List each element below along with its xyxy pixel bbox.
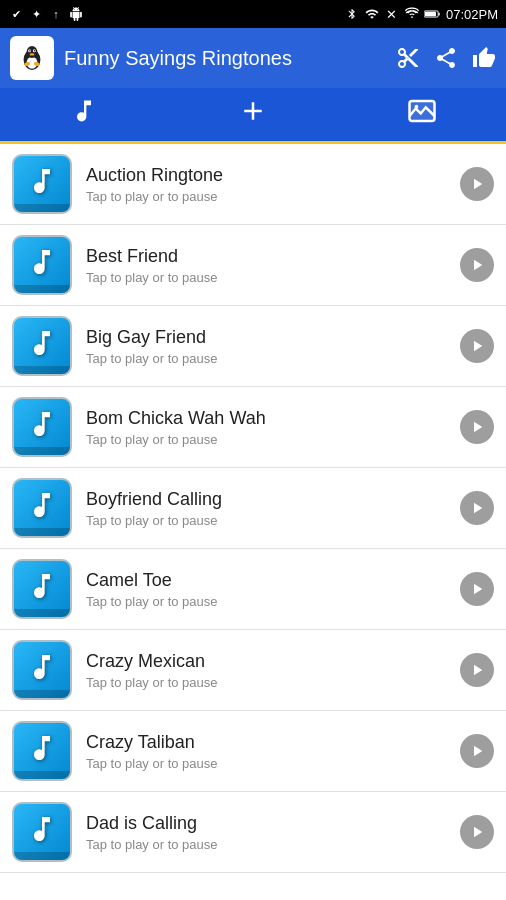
ringtone-play-button[interactable] [460, 329, 494, 363]
ringtone-subtitle: Tap to play or to pause [86, 189, 460, 204]
ringtone-play-button[interactable] [460, 815, 494, 849]
image-icon [407, 96, 437, 133]
title-actions [396, 46, 496, 70]
list-item[interactable]: Crazy Taliban Tap to play or to pause [0, 711, 506, 792]
ringtone-subtitle: Tap to play or to pause [86, 270, 460, 285]
ringtone-name: Dad is Calling [86, 813, 460, 834]
list-item[interactable]: Best Friend Tap to play or to pause [0, 225, 506, 306]
add-icon [238, 96, 268, 133]
music-note-icon [26, 570, 58, 609]
list-item[interactable]: Dad is Calling Tap to play or to pause [0, 792, 506, 873]
music-note-icon [26, 408, 58, 447]
share-action[interactable] [434, 46, 458, 70]
list-item[interactable]: Boyfriend Calling Tap to play or to paus… [0, 468, 506, 549]
list-item[interactable]: Auction Ringtone Tap to play or to pause [0, 144, 506, 225]
ringtone-play-button[interactable] [460, 491, 494, 525]
tab-music[interactable] [0, 88, 169, 141]
ringtone-subtitle: Tap to play or to pause [86, 594, 460, 609]
scissors-action[interactable] [396, 46, 420, 70]
tab-add[interactable] [169, 88, 338, 141]
ringtone-play-button[interactable] [460, 167, 494, 201]
ringtone-thumb-8 [12, 802, 72, 862]
ringtone-info: Camel Toe Tap to play or to pause [86, 570, 460, 609]
title-bar: Funny Sayings Ringtones [0, 28, 506, 88]
ringtone-info: Bom Chicka Wah Wah Tap to play or to pau… [86, 408, 460, 447]
status-bar: ✔ ✦ ↑ ✕ [0, 0, 506, 28]
android-icon [68, 6, 84, 22]
ringtone-name: Bom Chicka Wah Wah [86, 408, 460, 429]
music-note-icon [26, 813, 58, 852]
check-icon: ✔ [8, 6, 24, 22]
music-note-icon [26, 246, 58, 285]
svg-point-8 [29, 50, 30, 51]
tab-bar [0, 88, 506, 144]
ringtone-subtitle: Tap to play or to pause [86, 432, 460, 447]
signal-icon [404, 6, 420, 22]
ringtone-thumb-0 [12, 154, 72, 214]
ringtone-subtitle: Tap to play or to pause [86, 675, 460, 690]
list-item[interactable]: Camel Toe Tap to play or to pause [0, 549, 506, 630]
ringtone-play-button[interactable] [460, 734, 494, 768]
ringtone-info: Dad is Calling Tap to play or to pause [86, 813, 460, 852]
battery-icon [424, 6, 440, 22]
ringtone-info: Big Gay Friend Tap to play or to pause [86, 327, 460, 366]
ringtone-play-button[interactable] [460, 410, 494, 444]
app-title: Funny Sayings Ringtones [64, 47, 396, 70]
ringtone-info: Boyfriend Calling Tap to play or to paus… [86, 489, 460, 528]
ringtone-play-button[interactable] [460, 653, 494, 687]
ringtone-info: Auction Ringtone Tap to play or to pause [86, 165, 460, 204]
ringtone-info: Crazy Taliban Tap to play or to pause [86, 732, 460, 771]
list-item[interactable]: Big Gay Friend Tap to play or to pause [0, 306, 506, 387]
status-icons-right: ✕ 07:02PM [344, 6, 498, 22]
ringtone-thumb-3 [12, 397, 72, 457]
ringtone-thumb-2 [12, 316, 72, 376]
svg-point-15 [414, 105, 418, 109]
music-note-icon [26, 489, 58, 528]
ringtone-thumb-6 [12, 640, 72, 700]
list-item[interactable]: Crazy Mexican Tap to play or to pause [0, 630, 506, 711]
ringtone-play-button[interactable] [460, 572, 494, 606]
ringtone-subtitle: Tap to play or to pause [86, 351, 460, 366]
ringtone-name: Big Gay Friend [86, 327, 460, 348]
ringtone-subtitle: Tap to play or to pause [86, 756, 460, 771]
ringtone-play-button[interactable] [460, 248, 494, 282]
ringtone-name: Camel Toe [86, 570, 460, 591]
svg-point-5 [27, 46, 38, 58]
wifi-icon [364, 6, 380, 22]
upload-icon: ↑ [48, 6, 64, 22]
ringtone-name: Auction Ringtone [86, 165, 460, 186]
ringtone-thumb-5 [12, 559, 72, 619]
ringtone-thumb-1 [12, 235, 72, 295]
app-icon [10, 36, 54, 80]
tab-image[interactable] [337, 88, 506, 141]
star-icon: ✦ [28, 6, 44, 22]
ringtone-thumb-7 [12, 721, 72, 781]
ringtone-name: Boyfriend Calling [86, 489, 460, 510]
x-icon: ✕ [384, 6, 400, 22]
music-note-icon [70, 97, 98, 132]
ringtone-info: Crazy Mexican Tap to play or to pause [86, 651, 460, 690]
ringtone-thumb-4 [12, 478, 72, 538]
music-note-icon [26, 165, 58, 204]
music-note-icon [26, 732, 58, 771]
svg-point-10 [30, 53, 35, 55]
thumbsup-action[interactable] [472, 46, 496, 70]
music-note-icon [26, 651, 58, 690]
ringtone-name: Crazy Taliban [86, 732, 460, 753]
music-note-icon [26, 327, 58, 366]
svg-point-9 [34, 50, 35, 51]
ringtone-name: Best Friend [86, 246, 460, 267]
ringtone-info: Best Friend Tap to play or to pause [86, 246, 460, 285]
time-display: 07:02PM [446, 7, 498, 22]
svg-rect-1 [438, 12, 439, 15]
ringtone-subtitle: Tap to play or to pause [86, 513, 460, 528]
status-icons-left: ✔ ✦ ↑ [8, 6, 84, 22]
list-item[interactable]: Bom Chicka Wah Wah Tap to play or to pau… [0, 387, 506, 468]
svg-rect-2 [425, 12, 436, 16]
ringtone-subtitle: Tap to play or to pause [86, 837, 460, 852]
ringtone-name: Crazy Mexican [86, 651, 460, 672]
bluetooth-icon [344, 6, 360, 22]
ringtone-list: Auction Ringtone Tap to play or to pause… [0, 144, 506, 900]
